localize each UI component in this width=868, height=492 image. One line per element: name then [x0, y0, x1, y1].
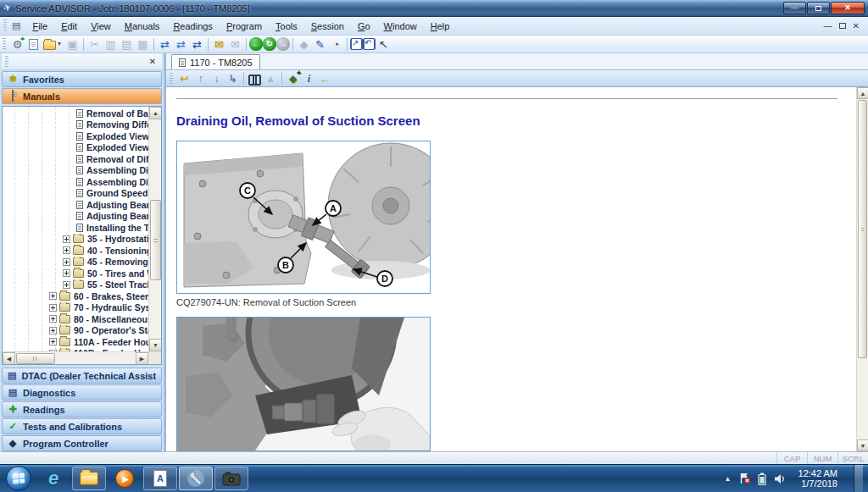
menu-readings[interactable]: Readings	[166, 19, 220, 34]
menu-file[interactable]: File	[25, 19, 54, 34]
toolbar-grip[interactable]	[3, 38, 6, 50]
sync-upload-icon[interactable]: ⇄	[173, 36, 189, 52]
forward-icon[interactable]: →	[276, 37, 290, 51]
content-vscroll-thumb[interactable]	[858, 100, 867, 358]
new-job-icon[interactable]: ⚙	[9, 36, 25, 52]
open-icon[interactable]	[42, 36, 58, 52]
window-resize-icon[interactable]: ↗	[350, 38, 363, 50]
sync-data-icon[interactable]: ⇄	[157, 36, 173, 52]
copy-icon[interactable]: ▥	[103, 36, 119, 52]
tab-manual[interactable]: 1170 - TM8205	[171, 54, 260, 69]
toolbar-grip[interactable]	[3, 19, 7, 32]
taskbar-wordpad[interactable]: A	[143, 467, 177, 490]
expand-icon[interactable]	[63, 258, 70, 266]
menu-window[interactable]: Window	[377, 19, 424, 34]
tree-item[interactable]: 80 - Miscellaneous	[3, 313, 148, 325]
diamond-icon[interactable]: ◆	[296, 36, 312, 52]
tree-horizontal-scrollbar[interactable]: ◀ ▶	[3, 351, 148, 364]
scroll-down-icon[interactable]: ▼	[857, 439, 868, 451]
sidebar-section-tests[interactable]: ✓Tests and Calibrations	[2, 418, 162, 434]
history-icon[interactable]: ↻	[263, 37, 276, 51]
content-vertical-scrollbar[interactable]: ▲ ▼	[856, 87, 868, 451]
toolbar-grip[interactable]	[170, 73, 173, 84]
tree-item[interactable]: 35 - Hydrostatic Pun	[3, 234, 148, 246]
scroll-down-icon[interactable]: ▼	[149, 339, 162, 351]
expand-icon[interactable]	[63, 235, 70, 243]
expand-icon[interactable]	[63, 269, 70, 277]
timer-icon[interactable]: ◔	[328, 36, 344, 52]
scroll-up-icon[interactable]: ▲	[149, 107, 162, 119]
expand-icon[interactable]	[49, 304, 57, 312]
start-button[interactable]	[6, 466, 31, 491]
taskbar-clock[interactable]: 12:42 AM 1/7/2018	[798, 468, 837, 489]
tree-item[interactable]: Removing Differ	[3, 119, 148, 131]
tree-item[interactable]: 45 - Removing Hydr	[3, 257, 148, 268]
taskbar-media-player[interactable]: ▶	[108, 467, 142, 490]
sidebar-section-dtac[interactable]: ▤DTAC (Dealer Technical Assistance C...	[2, 368, 162, 384]
menu-edit[interactable]: Edit	[54, 19, 84, 34]
mdi-minimize-button[interactable]: —	[824, 21, 832, 30]
sync-save-icon[interactable]: ⇄	[189, 36, 205, 52]
close-button[interactable]: ✕	[831, 2, 865, 14]
find-icon[interactable]	[247, 71, 263, 86]
expand-icon[interactable]	[63, 246, 70, 254]
tree-item[interactable]: Adjusting Bearin	[3, 199, 148, 211]
tree-item[interactable]: 60 - Brakes, Steering an	[3, 290, 148, 302]
menu-help[interactable]: Help	[424, 19, 457, 34]
menu-view[interactable]: View	[84, 19, 118, 34]
tree-item[interactable]: 40 - Tensioning Cylin	[3, 245, 148, 257]
previous-section-icon[interactable]: ↑	[192, 71, 209, 86]
taskbar-windows-explorer[interactable]	[72, 467, 106, 490]
new-document-icon[interactable]	[25, 36, 42, 52]
highlight-icon[interactable]: ←	[317, 71, 333, 86]
menu-tools[interactable]: Tools	[269, 19, 304, 34]
tree-vscroll-thumb[interactable]	[150, 200, 161, 280]
tree-item[interactable]: Exploded View S	[3, 130, 148, 142]
taskbar-camera[interactable]	[214, 467, 248, 490]
mdi-close-button[interactable]: ✕	[853, 21, 860, 30]
pen-icon[interactable]: ✎	[312, 36, 328, 52]
goto-section-icon[interactable]: ↳	[225, 71, 241, 86]
battery-icon[interactable]	[758, 473, 766, 485]
menu-program[interactable]: Program	[220, 19, 269, 34]
back-icon[interactable]: ←	[249, 37, 263, 51]
sidebar-close-icon[interactable]: ✕	[147, 57, 159, 66]
scroll-right-icon[interactable]: ▶	[136, 352, 148, 365]
menu-session[interactable]: Session	[304, 19, 351, 34]
tree-vertical-scrollbar[interactable]: ▲ ▼	[148, 107, 161, 351]
print-icon[interactable]: ▦	[135, 36, 151, 52]
tree-item[interactable]: Removal of Diffe	[3, 153, 148, 165]
tree-item[interactable]: 70 - Hydraulic System	[3, 302, 148, 314]
bookmark-add-icon[interactable]: ◆	[285, 71, 301, 86]
action-center-flag-icon[interactable]	[739, 473, 750, 484]
back-icon[interactable]: ↩	[176, 71, 192, 86]
maximize-button[interactable]	[807, 2, 830, 14]
tree-item[interactable]: Assembling Diffe	[3, 165, 148, 177]
tree-item[interactable]: 50 - Tires and Whee	[3, 268, 148, 279]
sidebar-section-readings[interactable]: ✚Readings	[2, 401, 162, 417]
speaker-icon[interactable]	[774, 473, 786, 484]
expand-icon[interactable]	[49, 315, 57, 323]
minimize-button[interactable]: —	[783, 2, 806, 14]
tray-expand-icon[interactable]: ▲	[725, 475, 732, 483]
expand-icon[interactable]	[49, 327, 57, 334]
open-dropdown-icon[interactable]: ▾	[58, 36, 64, 52]
scroll-left-icon[interactable]: ◀	[3, 352, 15, 365]
expand-icon[interactable]	[63, 281, 70, 289]
cut-icon[interactable]: ✂	[86, 36, 103, 52]
tree-item[interactable]: Assembling Diffe	[3, 176, 148, 188]
tree-item[interactable]: Adjusting Bearin	[3, 211, 148, 223]
info-icon[interactable]: i	[301, 71, 317, 86]
tree-item[interactable]: 55 - Steel Track	[3, 279, 148, 291]
tree-item[interactable]: Removal of Back	[3, 108, 148, 119]
expand-icon[interactable]	[49, 292, 57, 300]
taskbar-service-advisor[interactable]	[179, 467, 213, 490]
expand-icon[interactable]	[49, 338, 57, 346]
sidebar-grip[interactable]	[5, 56, 8, 67]
sidebar-section-program[interactable]: ◆Program Controller	[2, 435, 162, 451]
tree-item[interactable]: Installing the Tra	[3, 222, 148, 234]
menu-manuals[interactable]: Manuals	[118, 19, 167, 34]
tree-item[interactable]: Ground Speed Se	[3, 188, 148, 200]
tree-hscroll-thumb[interactable]	[16, 353, 55, 364]
next-hit-icon[interactable]: ▲	[263, 71, 279, 86]
